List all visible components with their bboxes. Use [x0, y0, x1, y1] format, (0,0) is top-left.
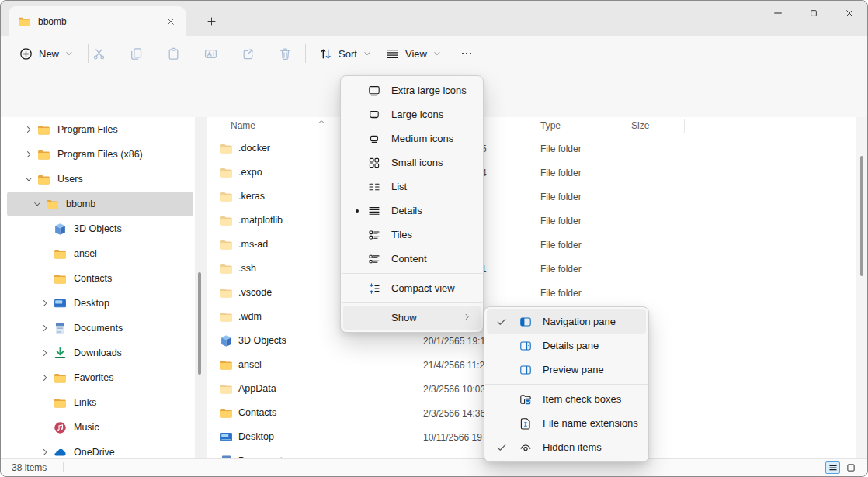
- file-name: .matplotlib: [238, 215, 283, 226]
- chevron-down-icon[interactable]: [29, 195, 46, 213]
- sidebar-item-label: ansel: [74, 248, 97, 259]
- view-menu-item-medium-icons[interactable]: Medium icons: [343, 126, 481, 150]
- new-button[interactable]: New: [12, 41, 81, 66]
- view-menu-item-small-icons[interactable]: Small icons: [343, 150, 481, 175]
- file-row-vscode[interactable]: .vscodeFile folder: [207, 281, 856, 305]
- status-bar: 38 items: [1, 458, 867, 476]
- chevron-down-icon[interactable]: [20, 171, 37, 188]
- close-button[interactable]: [832, 1, 867, 26]
- menu-item-label: Hidden items: [543, 441, 602, 453]
- main-scrollbar[interactable]: [856, 117, 867, 458]
- sidebar-scrollbar[interactable]: [195, 117, 207, 458]
- sidebar-scrollbar-thumb[interactable]: [198, 272, 201, 375]
- chevron-right-icon[interactable]: [20, 146, 37, 163]
- chevron-placeholder: [36, 419, 54, 436]
- xl-icons-icon: [368, 85, 380, 97]
- title-bar: bbomb: [1, 1, 867, 36]
- column-header-name[interactable]: Name: [231, 120, 255, 131]
- tab-close-button[interactable]: [162, 13, 179, 30]
- chevron-right-icon[interactable]: [36, 320, 54, 337]
- sidebar-item-documents[interactable]: Documents: [1, 316, 193, 340]
- maximize-button[interactable]: [796, 1, 832, 26]
- file-date-modified: 20/1/2565 19:1: [423, 336, 485, 347]
- sidebar-item-music[interactable]: Music: [1, 415, 193, 440]
- chevron-right-icon[interactable]: [36, 369, 54, 386]
- chevron-right-icon[interactable]: [20, 121, 37, 138]
- view-menu-item-tiles[interactable]: Tiles: [343, 223, 481, 247]
- sidebar-item-onedrive[interactable]: OneDrive: [1, 440, 193, 458]
- sidebar-item-bbomb[interactable]: bbomb: [7, 192, 193, 216]
- view-menu-item-extra-large-icons[interactable]: Extra large icons: [343, 78, 481, 102]
- sidebar-item-program-files-x86[interactable]: Program Files (x86): [1, 142, 193, 167]
- show-submenu-item-preview-pane[interactable]: Preview pane: [487, 358, 646, 382]
- show-submenu-item-navigation-pane[interactable]: Navigation pane: [487, 309, 646, 334]
- view-menu-item-content[interactable]: Content: [343, 247, 481, 271]
- share-button[interactable]: [234, 41, 262, 66]
- view-menu-item-compact-view[interactable]: Compact view: [343, 276, 481, 300]
- file-row-expo[interactable]: .expo4File folder: [207, 161, 856, 185]
- file-row-ssh[interactable]: .ssh1File folder: [207, 257, 856, 281]
- sidebar-item-label: Links: [74, 397, 96, 408]
- checkmark-icon: [487, 316, 510, 327]
- show-submenu-item-file-name-extensions[interactable]: File name extensions: [487, 411, 646, 435]
- file-row-keras[interactable]: .kerasFile folder: [207, 185, 856, 209]
- chevron-right-icon[interactable]: [36, 444, 54, 458]
- file-name: 3D Objects: [238, 335, 286, 346]
- minimize-button[interactable]: [760, 1, 796, 26]
- column-divider[interactable]: [684, 119, 685, 133]
- preview-pane-icon: [519, 364, 532, 376]
- copy-icon: [130, 47, 143, 60]
- sidebar-item-3d-objects[interactable]: 3D Objects: [1, 216, 193, 241]
- paste-button[interactable]: [159, 41, 187, 66]
- m-icons-slot: [366, 133, 382, 145]
- sidebar-item-downloads[interactable]: Downloads: [1, 340, 193, 365]
- sidebar-item-links[interactable]: Links: [1, 390, 193, 415]
- tab-bbomb[interactable]: bbomb: [9, 6, 186, 36]
- view-button[interactable]: View: [378, 41, 449, 66]
- new-tab-button[interactable]: [201, 11, 221, 31]
- large-thumbnails-view-toggle[interactable]: [843, 461, 858, 474]
- main-scrollbar-thumb[interactable]: [860, 156, 863, 276]
- folder-icon: [220, 382, 233, 396]
- desktop-icon: [220, 430, 233, 444]
- sidebar-item-desktop[interactable]: Desktop: [1, 291, 193, 316]
- menu-item-label: Tiles: [391, 229, 412, 240]
- file-row-matplotlib[interactable]: .matplotlibFile folder: [207, 209, 856, 233]
- see-more-button[interactable]: [453, 41, 481, 66]
- sidebar-item-contacts[interactable]: Contacts: [1, 266, 193, 291]
- selected-bullet: [343, 209, 366, 213]
- sidebar-item-program-files[interactable]: Program Files: [1, 117, 193, 142]
- paste-icon: [167, 47, 180, 60]
- rename-button[interactable]: [196, 41, 224, 66]
- sort-button[interactable]: Sort: [311, 41, 379, 66]
- chevron-right-icon[interactable]: [36, 295, 54, 312]
- details-view-toggle[interactable]: [825, 461, 840, 474]
- view-menu-item-show[interactable]: Show: [343, 306, 481, 330]
- view-menu-item-large-icons[interactable]: Large icons: [343, 102, 481, 126]
- column-header-size[interactable]: Size: [631, 120, 649, 131]
- status-details-icon: [828, 463, 838, 472]
- copy-button[interactable]: [122, 41, 150, 66]
- file-row-docker[interactable]: .docker5File folder: [207, 137, 856, 161]
- sidebar-item-label: OneDrive: [74, 447, 115, 458]
- view-menu-item-details[interactable]: Details: [343, 199, 481, 223]
- sidebar-item-users[interactable]: Users: [1, 167, 193, 192]
- file-type: File folder: [540, 168, 582, 178]
- checkmark-icon: [487, 442, 510, 453]
- show-submenu-item-details-pane[interactable]: Details pane: [487, 334, 646, 358]
- music-icon: [54, 421, 67, 434]
- column-header-type[interactable]: Type: [540, 120, 561, 131]
- cut-button[interactable]: [85, 41, 113, 66]
- show-submenu-item-item-check-boxes[interactable]: Item check boxes: [487, 387, 646, 411]
- chevron-right-icon: [24, 150, 33, 159]
- file-row-ms-ad[interactable]: .ms-adFile folder: [207, 233, 856, 257]
- sidebar-item-ansel[interactable]: ansel: [1, 241, 193, 266]
- sidebar-item-favorites[interactable]: Favorites: [1, 365, 193, 390]
- view-menu-item-list[interactable]: List: [343, 175, 481, 199]
- column-divider[interactable]: [529, 119, 529, 133]
- folder-icon: [54, 247, 67, 261]
- show-submenu-item-hidden-items[interactable]: Hidden items: [487, 435, 646, 459]
- chevron-down-icon: [65, 50, 73, 57]
- chevron-right-icon[interactable]: [36, 344, 54, 361]
- delete-button[interactable]: [271, 41, 299, 66]
